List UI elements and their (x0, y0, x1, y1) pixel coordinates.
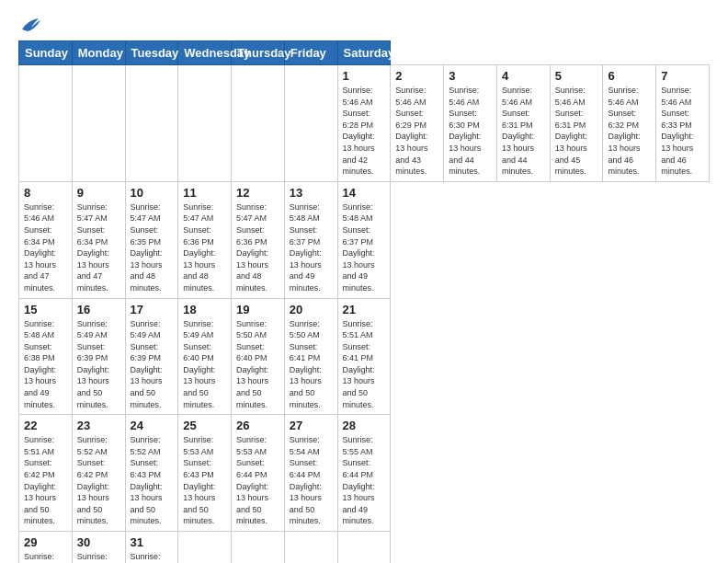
calendar-day-5: 5Sunrise: 5:46 AMSunset: 6:31 PMDaylight… (550, 65, 603, 182)
empty-cell (337, 532, 391, 564)
page: SundayMondayTuesdayWednesdayThursdayFrid… (0, 0, 728, 563)
calendar-day-16: 16Sunrise: 5:49 AMSunset: 6:39 PMDayligh… (72, 298, 125, 415)
calendar-day-18: 18Sunrise: 5:49 AMSunset: 6:40 PMDayligh… (178, 298, 232, 415)
calendar-day-19: 19Sunrise: 5:50 AMSunset: 6:40 PMDayligh… (232, 298, 285, 415)
calendar-header-friday: Friday (284, 41, 337, 65)
calendar-day-24: 24Sunrise: 5:52 AMSunset: 6:43 PMDayligh… (125, 415, 178, 532)
calendar-week-5: 29Sunrise: 5:55 AMSunset: 6:45 PMDayligh… (19, 532, 710, 564)
calendar-week-2: 8Sunrise: 5:46 AMSunset: 6:34 PMDaylight… (19, 181, 710, 298)
logo-text (18, 17, 40, 33)
calendar-day-6: 6Sunrise: 5:46 AMSunset: 6:32 PMDaylight… (603, 65, 656, 182)
empty-cell (19, 65, 73, 182)
calendar-day-26: 26Sunrise: 5:53 AMSunset: 6:44 PMDayligh… (232, 415, 285, 532)
logo-bird-icon (20, 17, 40, 33)
empty-cell (178, 65, 232, 182)
calendar-day-17: 17Sunrise: 5:49 AMSunset: 6:39 PMDayligh… (125, 298, 178, 415)
calendar-day-1: 1Sunrise: 5:46 AMSunset: 6:28 PMDaylight… (337, 65, 391, 182)
calendar-table: SundayMondayTuesdayWednesdayThursdayFrid… (18, 40, 710, 563)
calendar-day-23: 23Sunrise: 5:52 AMSunset: 6:42 PMDayligh… (72, 415, 125, 532)
calendar-day-21: 21Sunrise: 5:51 AMSunset: 6:41 PMDayligh… (337, 298, 391, 415)
calendar-header-row: SundayMondayTuesdayWednesdayThursdayFrid… (19, 41, 710, 65)
empty-cell (125, 65, 178, 182)
calendar-day-2: 2Sunrise: 5:46 AMSunset: 6:29 PMDaylight… (391, 65, 444, 182)
empty-cell (232, 532, 285, 564)
calendar-header-tuesday: Tuesday (125, 41, 178, 65)
calendar-day-9: 9Sunrise: 5:47 AMSunset: 6:34 PMDaylight… (72, 181, 125, 298)
calendar-day-20: 20Sunrise: 5:50 AMSunset: 6:41 PMDayligh… (284, 298, 337, 415)
calendar-week-4: 22Sunrise: 5:51 AMSunset: 6:42 PMDayligh… (19, 415, 710, 532)
logo (18, 17, 40, 31)
empty-cell (284, 65, 337, 182)
empty-cell (232, 65, 285, 182)
calendar-header-monday: Monday (72, 41, 125, 65)
calendar-day-15: 15Sunrise: 5:48 AMSunset: 6:38 PMDayligh… (19, 298, 73, 415)
calendar-header-wednesday: Wednesday (178, 41, 232, 65)
calendar-header-sunday: Sunday (19, 41, 73, 65)
empty-cell (284, 532, 337, 564)
calendar-day-10: 10Sunrise: 5:47 AMSunset: 6:35 PMDayligh… (125, 181, 178, 298)
calendar-week-3: 15Sunrise: 5:48 AMSunset: 6:38 PMDayligh… (19, 298, 710, 415)
calendar-day-7: 7Sunrise: 5:46 AMSunset: 6:33 PMDaylight… (656, 65, 710, 182)
calendar-week-1: 1Sunrise: 5:46 AMSunset: 6:28 PMDaylight… (19, 65, 710, 182)
empty-cell (178, 532, 232, 564)
calendar-header-saturday: Saturday (337, 41, 391, 65)
calendar-header-thursday: Thursday (232, 41, 285, 65)
calendar-day-27: 27Sunrise: 5:54 AMSunset: 6:44 PMDayligh… (284, 415, 337, 532)
calendar-day-14: 14Sunrise: 5:48 AMSunset: 6:37 PMDayligh… (337, 181, 391, 298)
calendar-day-13: 13Sunrise: 5:48 AMSunset: 6:37 PMDayligh… (284, 181, 337, 298)
calendar-day-8: 8Sunrise: 5:46 AMSunset: 6:34 PMDaylight… (19, 181, 73, 298)
header (18, 17, 710, 31)
calendar-day-22: 22Sunrise: 5:51 AMSunset: 6:42 PMDayligh… (19, 415, 73, 532)
calendar-day-4: 4Sunrise: 5:46 AMSunset: 6:31 PMDaylight… (496, 65, 550, 182)
empty-cell (72, 65, 125, 182)
calendar-day-29: 29Sunrise: 5:55 AMSunset: 6:45 PMDayligh… (19, 532, 73, 564)
calendar-day-11: 11Sunrise: 5:47 AMSunset: 6:36 PMDayligh… (178, 181, 232, 298)
calendar-day-12: 12Sunrise: 5:47 AMSunset: 6:36 PMDayligh… (232, 181, 285, 298)
calendar-day-28: 28Sunrise: 5:55 AMSunset: 6:44 PMDayligh… (337, 415, 391, 532)
calendar-day-3: 3Sunrise: 5:46 AMSunset: 6:30 PMDaylight… (444, 65, 497, 182)
calendar-day-30: 30Sunrise: 5:56 AMSunset: 6:45 PMDayligh… (72, 532, 125, 564)
calendar-day-31: 31Sunrise: 5:57 AMSunset: 6:45 PMDayligh… (125, 532, 178, 564)
calendar-day-25: 25Sunrise: 5:53 AMSunset: 6:43 PMDayligh… (178, 415, 232, 532)
